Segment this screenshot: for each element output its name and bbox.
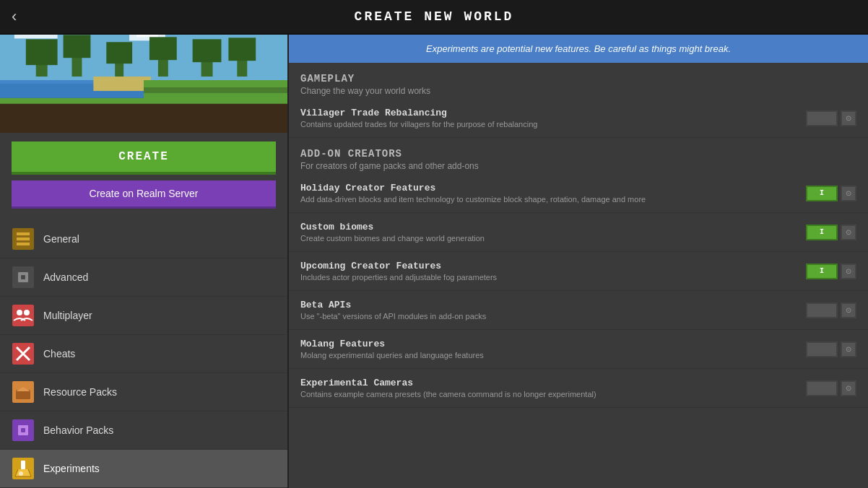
feature-desc: Use "-beta" versions of API modules in a…: [300, 312, 806, 321]
nav-item-advanced[interactable]: Advanced: [0, 258, 287, 297]
svg-rect-8: [64, 35, 91, 58]
advanced-icon: [12, 266, 35, 289]
toggle-container: I⊙: [806, 186, 856, 201]
toggle-container: ⊙: [806, 380, 856, 396]
general-icon: [12, 227, 35, 250]
svg-rect-4: [136, 35, 158, 37]
behavior-packs-icon: [12, 419, 35, 442]
feature-row: Villager Trade RebalancingContains updat…: [289, 99, 868, 138]
feature-row: Custom biomesCreate custom biomes and ch…: [289, 213, 868, 252]
feature-desc: Molang experimental queries and language…: [300, 351, 806, 360]
toggle-switch[interactable]: [806, 380, 838, 396]
top-bar: ‹ CREATE NEW WORLD: [0, 0, 868, 35]
feature-name: Upcoming Creator Features: [300, 261, 806, 271]
back-button[interactable]: ‹: [12, 7, 17, 26]
lock-icon: ⊙: [841, 263, 856, 279]
toggle-switch[interactable]: [806, 110, 838, 126]
feature-row: Upcoming Creator FeaturesIncludes actor …: [289, 252, 868, 291]
toggle-label: I: [820, 228, 824, 236]
lock-icon: ⊙: [841, 186, 856, 201]
nav-list: GeneralAdvancedMultiplayerCheatsResource…: [0, 220, 287, 488]
feature-desc: Add data-driven blocks and item technolo…: [300, 195, 806, 204]
sections-container: GAMEPLAYChange the way your world worksV…: [289, 63, 868, 408]
section-title-gameplay: GAMEPLAY: [300, 73, 856, 84]
left-panel: CREATE Create on Realm Server GeneralAdv…: [0, 35, 289, 488]
svg-rect-10: [106, 42, 132, 64]
nav-item-resource-packs[interactable]: Resource Packs: [0, 373, 287, 411]
section-header-add-on-creators: ADD-ON CREATORSFor creators of game pack…: [289, 138, 868, 174]
realm-button[interactable]: Create on Realm Server: [12, 180, 276, 209]
feature-desc: Create custom biomes and change world ge…: [300, 234, 806, 243]
feature-desc: Contains example camera presets (the cam…: [300, 390, 806, 398]
svg-rect-26: [17, 238, 30, 240]
toggle-label: I: [820, 189, 824, 197]
feature-info: Villager Trade RebalancingContains updat…: [300, 108, 806, 128]
toggle-switch[interactable]: I: [806, 225, 838, 240]
feature-desc: Includes actor properties and adjustable…: [300, 273, 806, 282]
toggle-container: ⊙: [806, 302, 856, 318]
feature-name: Beta APIs: [300, 300, 806, 310]
svg-rect-23: [144, 87, 287, 93]
feature-info: Holiday Creator FeaturesAdd data-driven …: [300, 183, 806, 204]
svg-point-32: [17, 310, 22, 315]
section-title-add-on-creators: ADD-ON CREATORS: [300, 148, 856, 160]
nav-item-label-resource-packs: Resource Packs: [43, 386, 117, 398]
create-button[interactable]: CREATE: [12, 141, 276, 175]
section-subtitle-gameplay: Change the way your world works: [300, 86, 856, 96]
toggle-switch[interactable]: [806, 302, 838, 318]
svg-rect-41: [21, 428, 25, 432]
toggle-container: ⊙: [806, 341, 856, 357]
toggle-switch[interactable]: I: [806, 186, 838, 201]
feature-name: Molang Features: [300, 339, 806, 349]
feature-name: Holiday Creator Features: [300, 183, 806, 193]
section-subtitle-add-on-creators: For creators of game packs and other add…: [300, 161, 856, 171]
experiments-icon: [12, 457, 35, 480]
lock-icon: ⊙: [841, 341, 856, 357]
nav-item-general[interactable]: General: [0, 220, 287, 258]
svg-rect-25: [17, 232, 30, 235]
nav-item-experiments[interactable]: Experiments: [0, 450, 287, 488]
nav-item-label-advanced: Advanced: [43, 271, 88, 283]
nav-item-label-multiplayer: Multiplayer: [43, 310, 92, 321]
svg-rect-1: [14, 35, 58, 38]
svg-rect-31: [12, 305, 34, 326]
cheats-icon: [12, 342, 35, 365]
toggle-switch[interactable]: I: [806, 263, 838, 279]
world-preview: [0, 35, 287, 133]
feature-info: Beta APIsUse "-beta" versions of API mod…: [300, 300, 806, 321]
nav-item-multiplayer[interactable]: Multiplayer: [0, 297, 287, 335]
resource-packs-icon: [12, 380, 35, 404]
multiplayer-icon: [12, 304, 35, 327]
svg-rect-30: [21, 275, 25, 279]
feature-name: Custom biomes: [300, 222, 806, 232]
lock-icon: ⊙: [841, 225, 856, 240]
feature-info: Upcoming Creator FeaturesIncludes actor …: [300, 261, 806, 282]
feature-info: Custom biomesCreate custom biomes and ch…: [300, 222, 806, 243]
lock-icon: ⊙: [841, 302, 856, 318]
toggle-label: I: [820, 267, 824, 275]
toggle-container: I⊙: [806, 225, 856, 240]
feature-row: Molang FeaturesMolang experimental queri…: [289, 330, 868, 369]
feature-row: Experimental CamerasContains example cam…: [289, 369, 868, 408]
lock-icon: ⊙: [841, 110, 856, 126]
toggle-container: I⊙: [806, 263, 856, 279]
svg-rect-21: [0, 104, 287, 133]
svg-rect-6: [26, 39, 58, 65]
nav-item-behavior-packs[interactable]: Behavior Packs: [0, 411, 287, 450]
svg-rect-19: [93, 77, 151, 91]
svg-rect-27: [17, 243, 30, 245]
main-content: CREATE Create on Realm Server GeneralAdv…: [0, 35, 868, 488]
nav-item-label-general: General: [43, 233, 79, 245]
feature-row: Holiday Creator FeaturesAdd data-driven …: [289, 174, 868, 213]
feature-name: Villager Trade Rebalancing: [300, 108, 806, 118]
page-title: CREATE NEW WORLD: [355, 9, 514, 24]
svg-point-33: [24, 310, 30, 315]
lock-icon: ⊙: [841, 380, 856, 396]
svg-rect-14: [193, 39, 222, 62]
nav-item-cheats[interactable]: Cheats: [0, 335, 287, 373]
feature-desc: Contains updated trades for villagers fo…: [300, 120, 806, 128]
feature-info: Molang FeaturesMolang experimental queri…: [300, 339, 806, 360]
world-preview-bg: [0, 35, 287, 133]
toggle-switch[interactable]: [806, 341, 838, 357]
warning-banner: Experiments are potential new features. …: [289, 35, 868, 63]
